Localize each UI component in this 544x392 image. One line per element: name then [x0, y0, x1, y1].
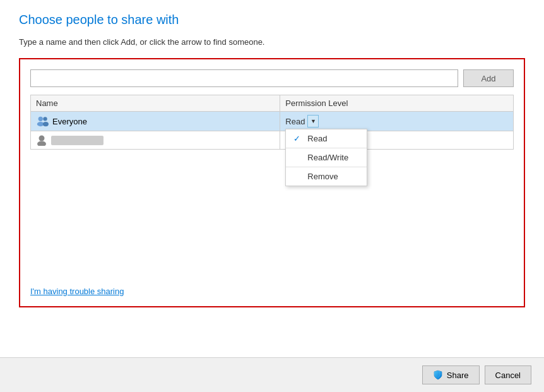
table-row[interactable]: Owner: [31, 131, 514, 150]
svg-point-3: [43, 122, 49, 126]
bottom-bar: Share Cancel: [0, 357, 544, 392]
everyone-label: Everyone: [52, 117, 87, 126]
share-panel: Add Name Permission Level: [19, 58, 525, 307]
permission-dropdown-container: Read ▼ ✓ Read: [285, 115, 508, 128]
cancel-button[interactable]: Cancel: [485, 365, 531, 384]
dropdown-item-readwrite[interactable]: ✓ Read/Write: [286, 148, 367, 167]
name-cell-everyone: Everyone: [31, 112, 280, 131]
trouble-sharing-link[interactable]: I'm having trouble sharing: [30, 287, 124, 296]
group-icon: [36, 116, 49, 127]
check-icon: ✓: [293, 134, 302, 143]
permission-dropdown-button[interactable]: ▼: [307, 115, 319, 128]
permission-dropdown-menu: ✓ Read ✓ Read/Write ✓ Re: [285, 129, 367, 186]
permission-cell-everyone: Read ▼ ✓ Read: [280, 112, 514, 131]
input-row: Add: [30, 69, 514, 87]
col-name-header: Name: [31, 95, 280, 112]
table-row[interactable]: Everyone Read ▼: [31, 112, 514, 131]
svg-point-2: [43, 117, 47, 121]
dropdown-remove-label: Remove: [307, 172, 338, 181]
user-table-container: Name Permission Level: [30, 95, 514, 278]
share-button[interactable]: Share: [422, 365, 480, 384]
chevron-down-icon: ▼: [310, 118, 316, 124]
user-name-blurred: [51, 136, 103, 145]
dropdown-item-remove[interactable]: ✓ Remove: [286, 167, 367, 186]
user-table: Name Permission Level: [30, 95, 514, 150]
dropdown-read-label: Read: [307, 134, 327, 143]
table-header-row: Name Permission Level: [31, 95, 514, 112]
svg-point-0: [38, 117, 43, 121]
dropdown-item-read[interactable]: ✓ Read: [286, 129, 367, 148]
user-icon: [36, 134, 47, 146]
col-permission-header: Permission Level: [280, 95, 514, 112]
svg-point-5: [37, 141, 46, 146]
shield-icon: [433, 370, 443, 380]
add-button[interactable]: Add: [463, 69, 514, 87]
subtitle-text: Type a name and then click Add, or click…: [19, 37, 525, 47]
name-cell-user: [31, 131, 280, 150]
permission-read-text: Read: [285, 117, 305, 126]
svg-point-4: [39, 136, 45, 141]
name-input[interactable]: [30, 69, 458, 87]
dropdown-readwrite-label: Read/Write: [307, 153, 348, 162]
page-title: Choose people to share with: [19, 13, 525, 27]
share-button-label: Share: [447, 371, 469, 380]
